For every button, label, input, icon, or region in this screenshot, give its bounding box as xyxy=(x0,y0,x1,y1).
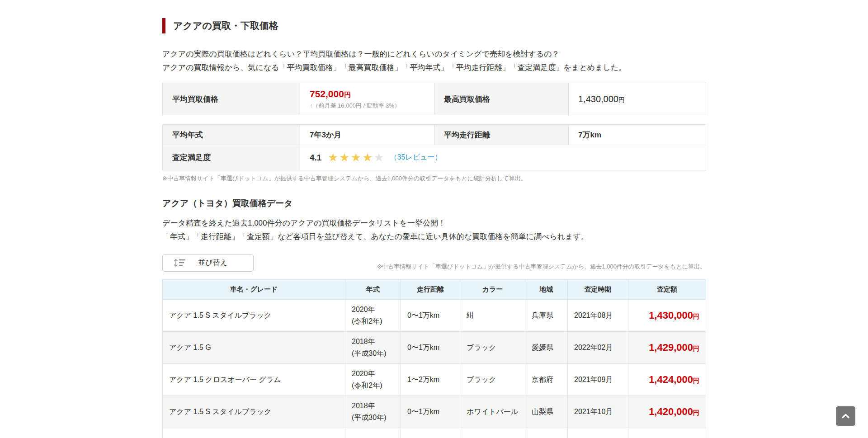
cell-period: 2021年10月 xyxy=(568,396,628,428)
summary-price-table: 平均買取価格 752,000円 ↑（前月差 16,000円 / 変動率 3%） … xyxy=(162,83,706,115)
intro-paragraph: アクアの実際の買取価格はどれくらい？平均買取価格は？一般的にどれくらいのタイミン… xyxy=(162,47,706,74)
price-data-table: 車名・グレード 年式 走行距離 カラー 地域 査定時期 査定額 アクア 1.5 … xyxy=(162,279,706,438)
sort-button-label: 並び替え xyxy=(186,258,253,268)
max-price-unit: 円 xyxy=(618,96,625,104)
table-row: アクア 1.5 S スタイルブラック 2018年(平成30年) 0〜1万km ホ… xyxy=(163,396,706,428)
review-count-link[interactable]: （35レビュー） xyxy=(390,153,442,162)
sort-button[interactable]: 並び替え xyxy=(162,254,254,272)
sort-toolbar: 並び替え ※中古車情報サイト「車選びドットコム」が提供する中古車管理システムから… xyxy=(162,254,706,272)
cell-mileage: 1〜2万km xyxy=(401,364,460,396)
satisfaction-cell: 4.1 ★★★★★ （35レビュー） xyxy=(300,145,706,170)
header-price: 査定額 xyxy=(628,280,706,300)
cell-year: 2020年(令和2年) xyxy=(345,300,401,332)
cell-price: 1,430,000円 xyxy=(628,300,706,332)
cell-region: 愛媛県 xyxy=(525,332,568,364)
cell-mileage: 0〜1万km xyxy=(401,332,460,364)
star-icon-empty: ★ xyxy=(374,151,385,164)
detail-row-2: 査定満足度 4.1 ★★★★★ （35レビュー） xyxy=(163,145,706,170)
cell-color: ブラック xyxy=(460,332,525,364)
summary-row: 平均買取価格 752,000円 ↑（前月差 16,000円 / 変動率 3%） … xyxy=(163,83,706,115)
avg-price-value: 752,000円 xyxy=(310,89,434,99)
cell-mileage: 0〜1万km xyxy=(401,300,460,332)
intro-line-2: アクアの買取情報から、気になる「平均買取価格」「最高買取価格」「平均年式」「平均… xyxy=(162,63,626,72)
table-source-note: ※中古車情報サイト「車選びドットコム」が提供する中古車管理システムから、過去1,… xyxy=(377,263,706,272)
cell-name: アクア 1.5 S スタイルブラック xyxy=(163,396,345,428)
cell-mileage xyxy=(401,428,460,438)
cell-region: 山梨県 xyxy=(525,396,568,428)
cell-color: ブラック xyxy=(460,364,525,396)
max-price-value: 1,430,000円 xyxy=(578,94,625,104)
summary-detail-table: 平均年式 7年3か月 平均走行距離 7万km 査定満足度 4.1 ★★★★★ （… xyxy=(162,124,706,170)
data-description: データ精査を終えた過去1,000件分のアクアの買取価格データリストを一挙公開！ … xyxy=(162,217,706,244)
max-price-label: 最高買取価格 xyxy=(434,83,569,115)
avg-price-label: 平均買取価格 xyxy=(163,83,300,115)
satisfaction-score: 4.1 xyxy=(310,153,321,163)
star-icon-full: ★ xyxy=(351,151,362,164)
cell-period: 2022年02月 xyxy=(568,332,628,364)
avg-year-label: 平均年式 xyxy=(163,125,300,145)
cell-mileage: 0〜1万km xyxy=(401,396,460,428)
cell-name: アクア 1.5 クロスオーバー グラム xyxy=(163,364,345,396)
cell-year: 2019年 xyxy=(345,428,401,438)
cell-price: 1,420,000円 xyxy=(628,396,706,428)
max-price-cell: 1,430,000円 xyxy=(569,83,706,115)
data-source-note: ※中古車情報サイト「車選びドットコム」が提供する中古車管理システムから、過去1,… xyxy=(162,174,706,183)
cell-name: アクア 1.5 S スタイルブラック xyxy=(163,300,345,332)
cell-year: 2018年(平成30年) xyxy=(345,332,401,364)
cell-price: 1,424,000円 xyxy=(628,364,706,396)
avg-mileage-value: 7万km xyxy=(569,125,706,145)
cell-color: ホワイトパール xyxy=(460,396,525,428)
detail-row-1: 平均年式 7年3か月 平均走行距離 7万km xyxy=(163,125,706,145)
avg-price-unit: 円 xyxy=(344,91,351,99)
cell-region xyxy=(525,428,568,438)
header-mileage: 走行距離 xyxy=(401,280,460,300)
cell-region: 兵庫県 xyxy=(525,300,568,332)
data-subheading: アクア（トヨタ）買取価格データ xyxy=(162,198,706,209)
header-year: 年式 xyxy=(345,280,401,300)
desc-line-2: 「年式」「走行距離」「査定額」など各項目を並び替えて、あなたの愛車に近い具体的な… xyxy=(162,232,589,241)
star-icon-full: ★ xyxy=(363,151,374,164)
avg-mileage-label: 平均走行距離 xyxy=(434,125,569,145)
cell-period: 2021年09月 xyxy=(568,364,628,396)
table-header-row: 車名・グレード 年式 走行距離 カラー 地域 査定時期 査定額 xyxy=(163,280,706,300)
avg-price-cell: 752,000円 ↑（前月差 16,000円 / 変動率 3%） xyxy=(300,83,434,115)
section-heading: アクアの買取・下取価格 xyxy=(162,18,706,33)
avg-year-value: 7年3か月 xyxy=(300,125,434,145)
star-icon-full: ★ xyxy=(340,151,351,164)
satisfaction-label: 査定満足度 xyxy=(163,145,300,170)
cell-price: 1,429,000円 xyxy=(628,332,706,364)
table-row: アクア 1.5 S スタイルブラック 2020年(令和2年) 0〜1万km 紺 … xyxy=(163,300,706,332)
desc-line-1: データ精査を終えた過去1,000件分のアクアの買取価格データリストを一挙公開！ xyxy=(162,219,446,227)
cell-period: 2021年08月 xyxy=(568,300,628,332)
star-icon-full: ★ xyxy=(328,151,339,164)
sort-icon xyxy=(174,258,186,268)
header-color: カラー xyxy=(460,280,525,300)
star-rating: ★★★★★ xyxy=(328,152,385,163)
intro-line-1: アクアの実際の買取価格はどれくらい？平均買取価格は？一般的にどれくらいのタイミン… xyxy=(162,50,560,58)
cell-year: 2020年(令和2年) xyxy=(345,364,401,396)
cell-period xyxy=(568,428,628,438)
table-row: アクア 1.5 クロスオーバー グラム 2020年(令和2年) 1〜2万km ブ… xyxy=(163,364,706,396)
cell-year: 2018年(平成30年) xyxy=(345,396,401,428)
main-content: アクアの買取・下取価格 アクアの実際の買取価格はどれくらい？平均買取価格は？一般… xyxy=(162,18,706,438)
table-row: アクア 1.5 G 2018年(平成30年) 0〜1万km ブラック 愛媛県 2… xyxy=(163,332,706,364)
cell-region: 京都府 xyxy=(525,364,568,396)
header-region: 地域 xyxy=(525,280,568,300)
scroll-to-top-button[interactable] xyxy=(836,406,855,426)
chevron-up-icon xyxy=(841,413,850,419)
cell-color xyxy=(460,428,525,438)
table-row-partial: 2019年 xyxy=(163,428,706,438)
cell-color: 紺 xyxy=(460,300,525,332)
cell-price xyxy=(628,428,706,438)
cell-name: アクア 1.5 G xyxy=(163,332,345,364)
cell-name xyxy=(163,428,345,438)
avg-price-trend-note: ↑（前月差 16,000円 / 変動率 3%） xyxy=(310,102,434,110)
header-period: 査定時期 xyxy=(568,280,628,300)
header-name: 車名・グレード xyxy=(163,280,345,300)
